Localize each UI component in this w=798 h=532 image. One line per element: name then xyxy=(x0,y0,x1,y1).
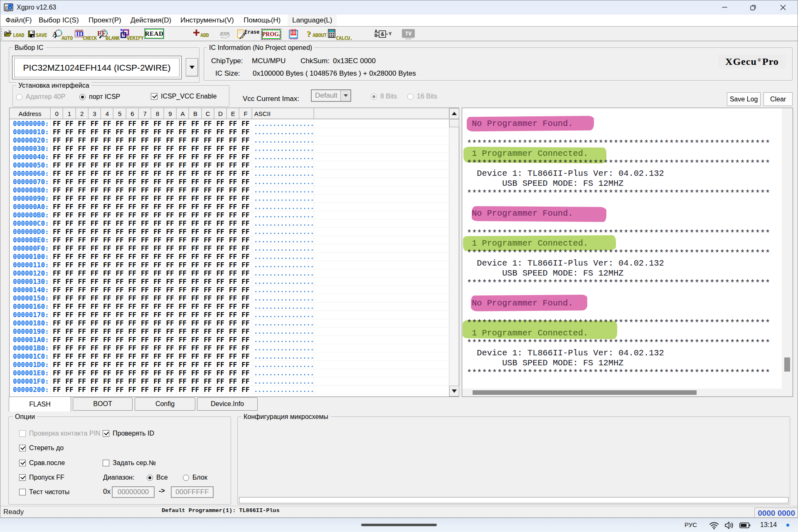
hex-row[interactable]: 000001C0:FF FF FF FF FF FF FF FF FF FF F… xyxy=(10,352,449,361)
range-to-input[interactable]: 000FFFFF xyxy=(171,486,214,498)
bits8-radio-circle[interactable] xyxy=(371,94,377,100)
about-label[interactable]: ABOUT xyxy=(313,32,327,38)
pin-check-checkbox[interactable]: Проверка контакта PIN xyxy=(19,430,100,437)
clean-test-checkbox[interactable]: Тест чистоты xyxy=(19,488,69,496)
skip-ff-box[interactable] xyxy=(19,474,26,481)
hex-row[interactable]: 00000070:FF FF FF FF FF FF FF FF FF FF F… xyxy=(10,178,449,186)
hex-column-header[interactable]: B xyxy=(189,108,202,119)
hex-column-header[interactable]: 4 xyxy=(101,108,113,119)
hex-column-header[interactable]: 3 xyxy=(89,108,101,119)
menu-item[interactable]: Выбор IC(S) xyxy=(34,15,84,26)
hex-row[interactable]: 000000B0:FF FF FF FF FF FF FF FF FF FF F… xyxy=(10,211,449,219)
verify-id-checkbox[interactable]: Проверять ID xyxy=(103,430,154,437)
log-hscroll-thumb[interactable] xyxy=(473,390,697,395)
check-icon[interactable]: ID xyxy=(74,30,84,38)
hex-column-header[interactable]: Address xyxy=(10,108,51,119)
hex-row[interactable]: 00000160:FF FF FF FF FF FF FF FF FF FF F… xyxy=(10,303,449,311)
read-button[interactable]: READ xyxy=(145,29,164,39)
range-block-radio[interactable]: Блок xyxy=(183,474,207,481)
hex-row[interactable]: 00000170:FF FF FF FF FF FF FF FF FF FF F… xyxy=(10,311,449,319)
battery-icon[interactable] xyxy=(739,521,751,530)
calcu-label[interactable]: CALCU. xyxy=(336,35,352,41)
hex-row[interactable]: 000000A0:FF FF FF FF FF FF FF FF FF FF F… xyxy=(10,203,449,211)
calcu-icon[interactable] xyxy=(328,29,335,38)
hex-column-header[interactable]: C xyxy=(202,108,214,119)
hex-row[interactable]: 000001B0:FF FF FF FF FF FF FF FF FF FF F… xyxy=(10,344,449,352)
clock[interactable]: 13:14 xyxy=(760,521,777,529)
hex-column-header[interactable]: 6 xyxy=(126,108,139,119)
hex-row[interactable]: 00000130:FF FF FF FF FF FF FF FF FF FF F… xyxy=(10,278,449,286)
hex-row[interactable]: 00000190:FF FF FF FF FF FF FF FF FF FF F… xyxy=(10,328,449,336)
hex-column-header[interactable]: 0 xyxy=(51,108,63,119)
hex-column-header[interactable]: 9 xyxy=(164,108,177,119)
hex-column-header[interactable]: 5 xyxy=(113,108,126,119)
log-vscroll-thumb[interactable] xyxy=(784,357,790,372)
hex-column-header[interactable]: 2 xyxy=(76,108,89,119)
range-from-input[interactable]: 00000000 xyxy=(112,486,155,498)
range-all-circle[interactable] xyxy=(147,475,153,481)
log-panel[interactable]: No Programmer Found.********************… xyxy=(462,108,793,397)
hex-row[interactable]: 00000050:FF FF FF FF FF FF FF FF FF FF F… xyxy=(10,161,449,170)
compare-after-box[interactable] xyxy=(19,460,26,466)
menu-item[interactable]: Проект(P) xyxy=(84,15,126,26)
load-icon[interactable] xyxy=(4,30,12,37)
hex-row[interactable]: 00000030:FF FF FF FF FF FF FF FF FF FF F… xyxy=(10,145,449,153)
skip-ff-checkbox[interactable]: Пропуск FF xyxy=(19,474,64,481)
hex-row[interactable]: 00000040:FF FF FF FF FF FF FF FF FF FF F… xyxy=(10,153,449,161)
bits16-radio[interactable]: 16 Bits xyxy=(407,93,437,100)
clear-button[interactable]: Clear xyxy=(764,92,793,106)
hex-row[interactable]: 00000120:FF FF FF FF FF FF FF FF FF FF F… xyxy=(10,269,449,278)
hex-table-scrollbar[interactable] xyxy=(449,108,459,397)
volume-icon[interactable] xyxy=(724,521,734,530)
hex-scroll-thumb[interactable] xyxy=(449,119,459,127)
ic-select-drop-button[interactable] xyxy=(186,58,198,76)
hex-row[interactable]: 00000200:FF FF FF FF FF FF FF FF FF FF F… xyxy=(10,386,449,394)
hex-column-header[interactable]: A xyxy=(177,108,189,119)
hex-column-header[interactable]: 7 xyxy=(139,108,151,119)
hex-row[interactable]: 00000140:FF FF FF FF FF FF FF FF FF FF F… xyxy=(10,286,449,294)
hex-column-header[interactable]: ASCII xyxy=(252,108,314,119)
icsp-vcc-checkbox-box[interactable] xyxy=(151,93,158,100)
hex-row[interactable]: 000000C0:FF FF FF FF FF FF FF FF FF FF F… xyxy=(10,219,449,228)
hex-row[interactable]: 000001E0:FF FF FF FF FF FF FF FF FF FF F… xyxy=(10,369,449,377)
menu-item[interactable]: Действия(D) xyxy=(126,15,176,26)
hex-row[interactable]: 00000020:FF FF FF FF FF FF FF FF FF FF F… xyxy=(10,136,449,145)
menu-item[interactable]: Помощь(H) xyxy=(239,15,285,26)
load-label[interactable]: LOAD xyxy=(13,32,24,38)
hex-row[interactable]: 000000D0:FF FF FF FF FF FF FF FF FF FF F… xyxy=(10,228,449,236)
notification-dot[interactable] xyxy=(786,524,789,527)
ram-icon[interactable]: RAM xyxy=(219,30,231,38)
hex-row[interactable]: 00000060:FF FF FF FF FF FF FF FF FF FF F… xyxy=(10,170,449,178)
tv-icon[interactable]: TV xyxy=(402,29,415,39)
add-icon[interactable] xyxy=(193,30,200,36)
hex-column-header[interactable]: 1 xyxy=(63,108,76,119)
verify-label[interactable]: VERIFY xyxy=(127,35,143,41)
save-log-button[interactable]: Save Log xyxy=(727,92,761,106)
blank-label[interactable]: BLANK xyxy=(106,35,120,41)
serial-num-box[interactable] xyxy=(103,460,109,466)
save-label[interactable]: SAVE xyxy=(36,32,47,38)
vcc-imax-drop-button[interactable] xyxy=(340,90,350,101)
menu-item[interactable]: Файл(F) xyxy=(1,15,37,26)
hex-row[interactable]: 000001A0:FF FF FF FF FF FF FF FF FF FF F… xyxy=(10,336,449,344)
erase-before-box[interactable] xyxy=(19,445,26,451)
log-horizontal-scrollbar[interactable] xyxy=(462,389,793,397)
hex-row[interactable]: 00000150:FF FF FF FF FF FF FF FF FF FF F… xyxy=(10,294,449,303)
auto-icon[interactable]: A xyxy=(52,30,62,39)
hex-scroll-up-button[interactable] xyxy=(449,108,459,119)
ic-select-combo[interactable]: PIC32MZ1024EFH144 (ICSP-2WIRE) xyxy=(12,56,182,79)
hex-row[interactable]: 00000080:FF FF FF FF FF FF FF FF FF FF F… xyxy=(10,186,449,195)
hex-row[interactable]: 00000110:FF FF FF FF FF FF FF FF FF FF F… xyxy=(10,261,449,269)
log-vertical-scrollbar[interactable] xyxy=(782,108,793,389)
hex-row[interactable]: 00000000:FF FF FF FF FF FF FF FF FF FF F… xyxy=(10,120,449,128)
save-icon[interactable] xyxy=(28,30,35,37)
wifi-icon[interactable] xyxy=(709,521,719,530)
hex-row[interactable]: 000001F0:FF FF FF FF FF FF FF FF FF FF F… xyxy=(10,377,449,386)
adapter-40p-radio-circle[interactable] xyxy=(16,94,22,100)
port-icsp-radio[interactable]: порт ICSP xyxy=(79,93,120,101)
hex-column-header[interactable]: F xyxy=(239,108,252,119)
bits8-radio[interactable]: 8 Bits xyxy=(371,93,397,100)
hex-column-header[interactable]: E xyxy=(227,108,239,119)
range-block-circle[interactable] xyxy=(183,475,189,481)
erase-label[interactable]: Erase xyxy=(244,29,259,35)
